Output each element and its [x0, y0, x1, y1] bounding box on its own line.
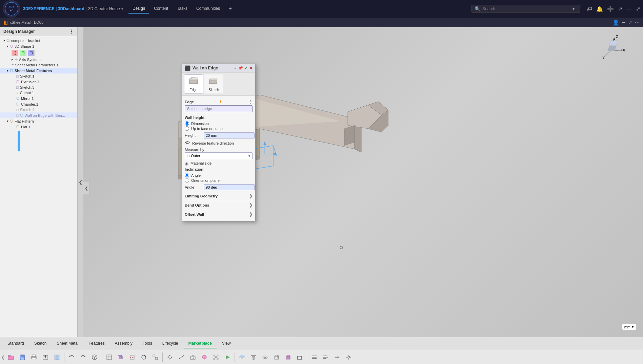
add-icon[interactable]: ➕ — [607, 6, 614, 12]
viewport-collapse-button[interactable]: ❮ — [83, 182, 89, 194]
tab-sketch[interactable]: Sketch — [204, 74, 223, 93]
minimize-icon[interactable]: ─ — [622, 20, 625, 25]
tree-item-flat1[interactable]: ⬡ Flat.1 — [0, 124, 77, 130]
tree-collapse-axis[interactable]: ▸ — [12, 58, 13, 61]
tab-content[interactable]: Content — [150, 4, 172, 14]
btab-sketch[interactable]: Sketch — [29, 339, 52, 348]
tree-collapse-shape1[interactable]: ▾ — [7, 44, 8, 48]
tree-item-walledge[interactable]: □ ⬡ Wall on Edge with Ben... — [0, 112, 77, 118]
offset-wall-section[interactable]: Offset Wall ❯ — [185, 210, 253, 218]
tb-settings[interactable] — [343, 352, 354, 363]
sidebar-collapse-button[interactable]: ❮ — [77, 27, 83, 337]
radio-angle[interactable]: Angle — [185, 173, 253, 178]
params-icon1[interactable]: ⟨⟩ — [12, 50, 18, 56]
dialog-ok-button[interactable]: ✓ — [244, 66, 248, 70]
tb-measure[interactable] — [176, 352, 187, 363]
home-label[interactable]: 3D Creator Home — [88, 6, 120, 11]
notify-icon[interactable]: 🔔 — [596, 6, 603, 12]
tb-save[interactable] — [17, 352, 28, 363]
tree-item-root[interactable]: ▾ ⬡ computer-bracket — [0, 38, 77, 43]
search-dropdown-icon[interactable]: ▾ — [572, 6, 575, 11]
tb-redo[interactable] — [78, 352, 88, 363]
params-icon2[interactable]: ⊞ — [20, 50, 26, 56]
tb-help[interactable]: ? — [89, 352, 100, 363]
tree-item-flat[interactable]: ▾ ⬡ Flat Pattern — [0, 118, 77, 124]
tb-render[interactable] — [199, 352, 210, 363]
tree-item-params[interactable]: ≡ Sheet Metal Parameters.1 — [0, 62, 77, 68]
user-icon[interactable]: 👤 — [612, 19, 619, 26]
sidebar-menu-icon[interactable]: ⋮ — [69, 29, 74, 34]
reverse-direction-row[interactable]: Reverse feature direction — [185, 140, 253, 146]
btab-features[interactable]: Features — [84, 339, 109, 348]
dialog-dropdown-icon[interactable]: ▾ — [234, 66, 236, 70]
tb-undo[interactable] — [66, 352, 77, 363]
dialog-close-button[interactable]: ✕ — [249, 66, 253, 70]
material-side-row[interactable]: ◈ Material side — [185, 160, 253, 166]
tree-collapse-root[interactable]: ▾ — [3, 39, 5, 42]
home-dropdown-icon[interactable]: ▾ — [121, 7, 123, 11]
edge-select-input[interactable] — [185, 105, 253, 112]
height-input[interactable] — [204, 132, 255, 138]
edge-info-icon[interactable]: ℹ — [220, 100, 221, 104]
radio-angle-input[interactable] — [185, 173, 189, 177]
unit-selector[interactable]: mm ▾ — [622, 324, 636, 330]
tree-item-cutout[interactable]: ○ Cutout.1 — [0, 90, 77, 95]
tb-layers[interactable] — [237, 352, 247, 363]
more-icon[interactable]: ⋯ — [626, 6, 632, 12]
tree-item-features[interactable]: ▾ ⬡ Sheet Metal Features — [0, 68, 77, 73]
tb-rotate[interactable] — [138, 352, 149, 363]
search-input[interactable] — [482, 6, 570, 11]
measure-by-select[interactable]: □ Outer ▾ — [185, 152, 253, 159]
tb-edge-only[interactable] — [294, 352, 305, 363]
tb-show-hide[interactable] — [260, 352, 270, 363]
tree-item-axis[interactable]: ▸ ✛ Axis Systems — [0, 57, 77, 62]
tb-section[interactable] — [127, 352, 138, 363]
edge-menu-icon[interactable]: ⋮ — [248, 99, 253, 105]
tab-edge[interactable]: Edge — [184, 74, 203, 93]
share-icon[interactable]: ↗ — [618, 6, 622, 12]
radio-orientation[interactable]: Orientation plane — [185, 178, 253, 183]
limiting-geometry-section[interactable]: Limiting Geometry ❯ — [185, 192, 253, 200]
btab-lifecycle[interactable]: Lifecycle — [158, 339, 183, 348]
btab-tools[interactable]: Tools — [138, 339, 157, 348]
radio-uptofaceorplane[interactable]: Up to face or plane — [185, 126, 253, 131]
tb-export[interactable] — [40, 352, 51, 363]
fullscreen-icon[interactable]: ⤢ — [636, 6, 640, 12]
radio-orientation-input[interactable] — [185, 178, 189, 183]
tree-item-extrusion[interactable]: ⬡ Extrusion.1 — [0, 79, 77, 85]
tb-shaded[interactable] — [283, 352, 294, 363]
tb-animate[interactable] — [222, 352, 233, 363]
tb-table[interactable] — [104, 352, 115, 363]
btab-view[interactable]: View — [217, 339, 236, 348]
tb-filter[interactable] — [248, 352, 259, 363]
search-bar[interactable]: 🔍 ▾ — [471, 5, 580, 13]
viewport[interactable]: ❮ — [83, 27, 643, 337]
tb-explode[interactable] — [210, 352, 221, 363]
tree-item-mirror[interactable]: ⬡ Mirror.1 — [0, 95, 77, 101]
tb-more3[interactable] — [332, 352, 343, 363]
tree-item-shape1[interactable]: ▾ ⬡ 3D Shape 1 — [0, 43, 77, 49]
angle-input[interactable] — [204, 184, 255, 190]
tab-communities[interactable]: Communities — [192, 4, 224, 14]
tb-camera[interactable] — [187, 352, 198, 363]
tree-collapse-flat[interactable]: ▾ — [7, 119, 8, 123]
tb-more2[interactable] — [320, 352, 331, 363]
add-tab-button[interactable]: ＋ — [225, 4, 236, 14]
btab-sheetmetal[interactable]: Sheet Metal — [52, 339, 83, 348]
tab-design[interactable]: Design — [128, 4, 149, 14]
tb-grid[interactable] — [52, 352, 62, 363]
params-icon3[interactable]: ⊟ — [28, 50, 35, 56]
tree-item-sketch3[interactable]: □ Sketch.3 — [0, 85, 77, 90]
tree-item-sketch1[interactable]: □ Sketch.1 — [0, 73, 77, 79]
close-window-icon[interactable]: ⋯ — [635, 20, 640, 25]
tree-item-sketch4[interactable]: □ Sketch.4 — [0, 107, 77, 112]
tb-view3d[interactable] — [115, 352, 126, 363]
toolbar-scroll-left[interactable]: ❮ — [1, 355, 5, 360]
tree-collapse-features[interactable]: ▾ — [7, 69, 8, 72]
tb-more1[interactable] — [309, 352, 320, 363]
tree-item-chamfer[interactable]: ⬡ Chamfer.1 — [0, 101, 77, 107]
app-logo[interactable]: 3DS V.R — [3, 0, 20, 18]
radio-uptofaceorplane-input[interactable] — [185, 126, 189, 131]
radio-dimension[interactable]: Dimension — [185, 121, 253, 126]
dialog-pin-button[interactable]: 📌 — [238, 66, 243, 70]
